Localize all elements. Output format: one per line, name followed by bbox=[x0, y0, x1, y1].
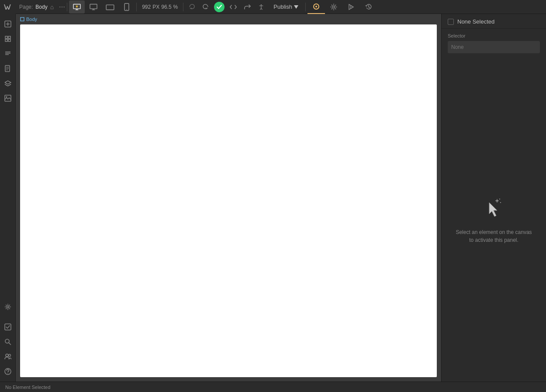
panel-hint: Select an element on the canvas to activ… bbox=[456, 228, 532, 244]
svg-line-38 bbox=[9, 343, 11, 345]
canvas-header: Body bbox=[16, 14, 441, 24]
svg-point-10 bbox=[261, 4, 262, 5]
svg-marker-11 bbox=[294, 5, 298, 9]
selector-label: Selector bbox=[448, 33, 540, 38]
code-button[interactable] bbox=[226, 0, 240, 14]
view-desktop[interactable] bbox=[86, 0, 101, 14]
page-name[interactable]: Body bbox=[35, 4, 47, 10]
body-bracket-icon bbox=[20, 17, 24, 21]
main-area: Body None Selected Selector bbox=[0, 14, 546, 382]
left-sidebar bbox=[0, 14, 16, 382]
none-selected-checkbox bbox=[448, 19, 454, 25]
nav-controls bbox=[185, 0, 212, 14]
svg-point-34 bbox=[6, 96, 7, 98]
undo-button[interactable] bbox=[185, 0, 198, 14]
svg-rect-36 bbox=[5, 324, 11, 330]
publish-button[interactable]: Publish bbox=[268, 0, 304, 14]
help-icon bbox=[4, 368, 11, 375]
svg-rect-21 bbox=[8, 36, 10, 38]
pages-icon bbox=[5, 65, 11, 72]
redo-button[interactable] bbox=[199, 0, 212, 14]
none-selected-label: None Selected bbox=[457, 18, 494, 25]
dimension-value: 992 bbox=[142, 4, 151, 10]
panel-tab-icons bbox=[308, 0, 377, 14]
publish-chevron-icon bbox=[294, 5, 298, 9]
team-icon bbox=[4, 353, 11, 360]
style-panel-tab[interactable] bbox=[308, 0, 325, 14]
sidebar-media-button[interactable] bbox=[1, 92, 14, 105]
canvas-frame[interactable] bbox=[20, 24, 437, 377]
sidebar-text-button[interactable] bbox=[1, 47, 14, 60]
style-icon bbox=[313, 3, 320, 10]
svg-point-46 bbox=[500, 202, 501, 203]
mobile-icon bbox=[124, 3, 129, 11]
svg-rect-43 bbox=[21, 17, 24, 21]
sidebar-search-button[interactable] bbox=[1, 335, 14, 348]
view-tablet-landscape[interactable] bbox=[102, 0, 118, 14]
sidebar-add-button[interactable] bbox=[1, 17, 14, 31]
selector-input[interactable] bbox=[448, 41, 540, 53]
selector-section: Selector bbox=[442, 29, 546, 58]
history-icon bbox=[365, 3, 372, 10]
sidebar-team-button[interactable] bbox=[1, 350, 14, 363]
hint-line1: Select an element on the canvas bbox=[456, 229, 532, 235]
tasks-icon bbox=[4, 323, 11, 330]
more-options-icon[interactable]: ⋯ bbox=[59, 3, 65, 10]
app-logo[interactable] bbox=[0, 0, 16, 14]
interactions-panel-tab[interactable] bbox=[342, 0, 360, 14]
interactions-icon bbox=[348, 3, 355, 10]
save-status-indicator bbox=[214, 2, 225, 12]
svg-rect-4 bbox=[90, 4, 97, 8]
svg-line-31 bbox=[5, 84, 8, 86]
svg-rect-20 bbox=[5, 36, 7, 38]
settings-icon bbox=[330, 3, 337, 10]
separator-4 bbox=[305, 3, 306, 11]
canvas-area: Body bbox=[16, 14, 441, 382]
page-info: Page: Body ⌂ bbox=[16, 3, 57, 10]
view-desktop-starred[interactable] bbox=[69, 0, 85, 14]
publish-label: Publish bbox=[273, 3, 292, 10]
svg-rect-7 bbox=[106, 5, 114, 10]
sidebar-layers-button[interactable] bbox=[1, 77, 14, 90]
home-icon: ⌂ bbox=[50, 3, 54, 10]
right-panel: None Selected Selector bbox=[441, 14, 546, 382]
desktop-icon bbox=[89, 3, 98, 10]
zoom-unit: % bbox=[173, 4, 178, 10]
body-label-text: Body bbox=[26, 17, 37, 22]
checkmark-icon bbox=[217, 5, 222, 9]
sidebar-tasks-button[interactable] bbox=[1, 320, 14, 334]
redo-icon bbox=[203, 4, 209, 10]
layers-icon bbox=[4, 80, 11, 86]
code-icon bbox=[230, 4, 237, 10]
history-panel-tab[interactable] bbox=[360, 0, 377, 14]
undo-icon bbox=[189, 4, 195, 10]
settings-panel-tab[interactable] bbox=[325, 0, 342, 14]
text-icon bbox=[4, 50, 11, 57]
share-button[interactable] bbox=[240, 0, 254, 14]
svg-line-32 bbox=[8, 84, 11, 86]
separator-1 bbox=[67, 3, 67, 11]
accessibility-icon bbox=[258, 4, 265, 10]
svg-point-45 bbox=[499, 199, 500, 199]
dimension-info: 992 PX 96.5 % bbox=[138, 4, 181, 10]
sidebar-elements-button[interactable] bbox=[1, 32, 14, 45]
view-mobile[interactable] bbox=[119, 0, 135, 14]
webflow-logo-icon bbox=[4, 3, 12, 11]
sidebar-pages-button[interactable] bbox=[1, 62, 14, 75]
separator-3 bbox=[183, 3, 183, 11]
svg-marker-15 bbox=[349, 4, 353, 10]
svg-rect-23 bbox=[8, 39, 10, 41]
sidebar-help-button[interactable] bbox=[1, 365, 14, 378]
top-toolbar: Page: Body ⌂ ⋯ bbox=[0, 0, 546, 14]
accessibility-button[interactable] bbox=[254, 0, 268, 14]
share-icon bbox=[244, 4, 251, 10]
media-icon bbox=[4, 95, 11, 102]
svg-point-40 bbox=[8, 354, 10, 357]
body-label: Body bbox=[20, 17, 37, 22]
separator-2 bbox=[136, 3, 137, 11]
sidebar-settings-button[interactable] bbox=[1, 300, 14, 313]
page-label: Page: bbox=[19, 4, 33, 10]
desktop-starred-icon bbox=[73, 3, 81, 10]
svg-point-13 bbox=[315, 6, 317, 7]
search-icon bbox=[4, 338, 11, 345]
